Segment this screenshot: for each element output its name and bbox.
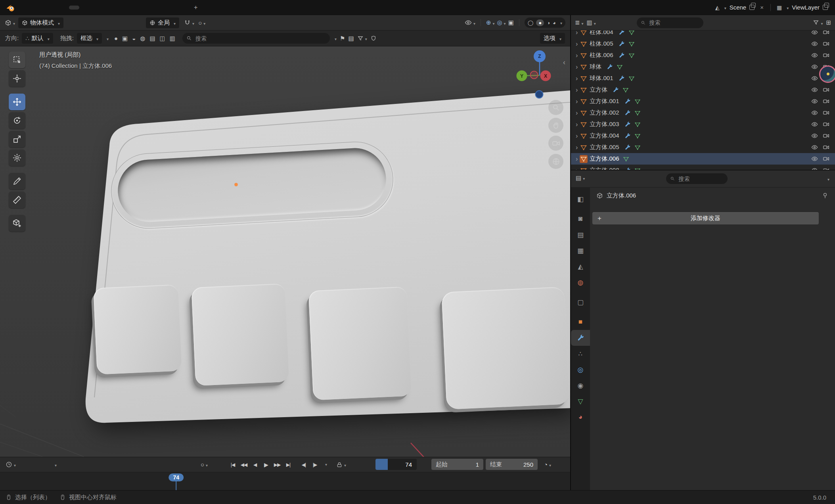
new-collection-icon[interactable]: ⊞ [826,19,831,26]
sync-toggle-icon[interactable]: ◔ [544,457,551,472]
unlink-scene-icon[interactable]: × [759,4,764,11]
frame-start-field[interactable]: 起始 1 [431,459,483,470]
transform-orientation-dropdown[interactable]: 全局 [146,17,179,28]
tool-move[interactable] [9,94,25,110]
mode-dropdown[interactable]: 物体模式 [18,17,63,28]
hide-eye-icon[interactable] [811,167,818,170]
expand-chevron-icon[interactable] [576,63,578,71]
viewport-menu-item[interactable] [63,21,72,24]
properties-tab-world[interactable] [571,274,590,290]
outliner-row[interactable]: 柱体.005 [571,38,835,50]
topbar-menu-item[interactable] [19,6,28,9]
object-name[interactable]: 柱体.006 [590,52,613,59]
hide-eye-icon[interactable] [811,132,818,139]
transport-play-reverse[interactable] [249,462,260,468]
outliner-row[interactable]: 立方体.003 [571,119,835,130]
properties-search-input[interactable] [678,175,724,182]
workspace-tab-modeling[interactable] [80,6,90,10]
object-name[interactable]: 立方体.001 [590,98,619,105]
scene-name[interactable]: Scene [730,4,747,11]
object-name[interactable]: 立方体.008 [590,167,619,170]
hide-eye-icon[interactable] [811,63,818,70]
properties-editor-type-icon[interactable]: ▤ [576,174,585,182]
outliner-row[interactable]: 球体 [571,61,835,73]
object-name[interactable]: 立方体.005 [590,144,619,151]
frame-end-field[interactable]: 结束 250 [486,459,538,470]
viewport-menu-item[interactable] [81,21,90,24]
overlays-toggle[interactable]: ◎ [497,19,506,26]
render-visibility-camera-icon[interactable] [823,144,829,151]
object-name[interactable]: 柱体.004 [590,31,613,36]
properties-tab-object[interactable] [571,314,590,330]
workspace-tab-geometry-nodes[interactable] [169,6,179,10]
pan-hand-button[interactable] [548,118,563,133]
hide-eye-icon[interactable] [811,109,818,116]
hide-eye-icon[interactable] [811,52,818,59]
outliner-row[interactable]: 立方体.002 [571,107,835,119]
properties-options-chevron[interactable] [826,175,829,182]
transport-play[interactable] [260,462,272,468]
outliner-row[interactable]: 柱体.004 [571,31,835,38]
xray-toggle[interactable]: ▣ [508,19,514,26]
viewport-3d[interactable]: 用户透视 (局部) (74) Collection | 立方体.006 [0,46,570,457]
tool-option-pads[interactable] [170,35,175,42]
render-visibility-camera-icon[interactable] [823,109,829,116]
render-visibility-camera-icon[interactable] [823,132,829,139]
hide-eye-icon[interactable] [811,40,818,47]
expand-chevron-icon[interactable] [576,121,578,128]
object-name[interactable]: 立方体 [590,86,607,94]
outliner-display-mode-icon[interactable]: ▥ [587,19,596,26]
tool-rotate[interactable] [9,112,25,129]
asset-list-icon[interactable]: ▤ [348,35,354,42]
outliner-row[interactable]: 立方体.004 [571,130,835,142]
render-visibility-camera-icon[interactable] [823,121,829,128]
tool-transform[interactable] [9,149,25,166]
shield-icon[interactable] [370,35,377,42]
outliner-row[interactable]: 立方体.006 [571,153,835,165]
gizmo-axis-z-negative[interactable] [535,90,544,99]
add-modifier-button[interactable]: + 添加修改器 [592,212,819,224]
object-name[interactable]: 立方体.004 [590,132,619,140]
timeline-editor-type-icon[interactable] [6,457,16,472]
workspace-tab-animation[interactable] [136,6,146,10]
render-visibility-camera-icon[interactable] [823,98,829,105]
expand-chevron-icon[interactable] [576,167,578,170]
shading-material-preview[interactable] [547,20,550,26]
render-visibility-camera-icon[interactable] [823,155,829,162]
key-mesh-1[interactable] [93,284,182,374]
hide-eye-icon[interactable] [811,86,818,93]
camera-view-button[interactable] [548,136,563,151]
key-mesh-2[interactable] [191,284,289,386]
workspace-tab-scripting[interactable] [180,6,190,10]
object-name[interactable]: 立方体.002 [590,109,619,117]
transport-jump-end[interactable] [283,462,294,468]
key-mesh-3[interactable] [308,287,412,401]
properties-tab-output[interactable] [571,227,590,243]
editor-type-icon[interactable] [5,19,15,26]
ortho-toggle-button[interactable] [548,154,563,169]
tool-option-overlap-squares[interactable] [160,35,165,42]
tool-scale[interactable] [9,131,25,148]
workspace-tab-texture-paint[interactable] [113,6,124,10]
gizmo-axis-x[interactable]: X [540,71,551,81]
gizmos-toggle[interactable]: ⊕ [486,19,495,26]
outliner-row[interactable]: 柱体.006 [571,50,835,61]
workspace-tab-rendering[interactable] [147,6,157,10]
properties-tab-scene[interactable] [571,259,590,274]
outliner-row[interactable]: 立方体.005 [571,142,835,153]
viewlayer-name[interactable]: ViewLayer [792,4,820,11]
expand-chevron-icon[interactable] [576,31,578,36]
outliner-search-input[interactable] [648,19,699,26]
object-name[interactable]: 球体 [590,63,601,71]
properties-tab-constraints[interactable] [571,378,590,393]
add-workspace-button[interactable]: + [190,2,201,13]
tool-measure[interactable] [9,192,25,208]
options-dropdown[interactable]: 选项 [540,33,565,44]
transport-jump-start[interactable] [227,462,238,468]
outliner-editor-type-icon[interactable]: ≣ [575,19,584,26]
hide-eye-icon[interactable] [811,75,818,82]
expand-chevron-icon[interactable] [576,132,578,140]
properties-tab-material[interactable] [571,409,590,425]
viewport-menu-item[interactable] [90,21,98,24]
key-mesh-4[interactable] [441,287,569,410]
